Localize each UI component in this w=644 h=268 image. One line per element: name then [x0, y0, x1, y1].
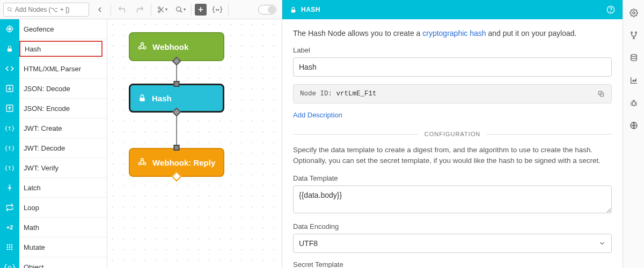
node-palette-label: Latch	[19, 184, 45, 192]
math-icon: +2	[0, 218, 19, 237]
port-out[interactable]	[172, 57, 181, 66]
svg-rect-25	[9, 249, 10, 250]
secret-template-label: Secret Template	[293, 260, 612, 269]
braces-button[interactable]: {↔}	[210, 2, 225, 17]
right-rail	[623, 0, 644, 268]
search-icon	[7, 6, 13, 13]
port-in[interactable]	[174, 145, 180, 151]
node-palette-item[interactable]: {t}JWT: Create	[0, 118, 107, 138]
config-heading: CONFIGURATION	[418, 131, 487, 137]
node-palette-item[interactable]: {t}JWT: Verify	[0, 158, 107, 178]
node-palette-label: JWT: Decode	[19, 144, 69, 152]
target-icon	[0, 19, 19, 39]
node-palette-item[interactable]: JSON: Decode	[0, 79, 107, 99]
label-field-label: Label	[293, 46, 612, 54]
lock-icon	[138, 94, 147, 102]
bug-icon[interactable]	[628, 98, 639, 108]
canvas-node-hash[interactable]: Hash	[129, 84, 224, 113]
canvas-node-reply[interactable]: Webhook: Reply	[129, 148, 224, 177]
node-palette-item[interactable]: Geofence	[0, 19, 107, 39]
node-palette-label: Loop	[19, 204, 43, 212]
svg-rect-30	[140, 98, 144, 101]
database-icon[interactable]	[628, 53, 639, 63]
svg-point-43	[631, 54, 636, 56]
intro-link[interactable]: cryptographic hash	[422, 29, 486, 38]
svg-line-1	[11, 10, 12, 12]
svg-rect-23	[11, 247, 12, 248]
node-palette-label: JWT: Verify	[19, 164, 63, 172]
svg-line-7	[180, 10, 182, 12]
lock-icon	[290, 6, 297, 13]
node-id-box: Node ID: vrtLmE_F1t	[293, 84, 612, 103]
node-palette-label: JSON: Decode	[19, 85, 75, 93]
svg-rect-44	[632, 101, 635, 106]
data-template-input[interactable]	[293, 185, 612, 213]
port-in[interactable]	[174, 81, 180, 87]
canvas-node-label: Webhook: Reply	[152, 158, 215, 167]
node-palette-item[interactable]: Latch	[0, 178, 107, 198]
svg-point-36	[611, 12, 611, 12]
undo-button[interactable]	[114, 2, 129, 17]
grid-icon	[0, 237, 19, 257]
zoom-button[interactable]: ▾	[173, 2, 188, 17]
copy-icon[interactable]	[597, 90, 605, 98]
flow-canvas[interactable]: Webhook Hash Webhook: Reply	[107, 19, 282, 268]
node-palette-item[interactable]: +2Math	[0, 218, 107, 237]
webhook-icon	[137, 158, 147, 167]
panel-title: HASH	[301, 6, 320, 13]
top-toolbar: ▾ ▾ + {↔}	[0, 0, 282, 19]
svg-rect-21	[7, 247, 8, 248]
canvas-node-label: Webhook	[152, 42, 188, 51]
canvas-node-label: Hash	[152, 94, 172, 103]
port-out[interactable]	[171, 171, 182, 182]
jwt-icon: {t}	[0, 138, 19, 158]
node-palette-item[interactable]: Mutate	[0, 237, 107, 257]
config-description: Specify the data template to create a di…	[293, 145, 612, 167]
back-button[interactable]	[92, 2, 107, 17]
svg-point-41	[635, 32, 636, 33]
node-palette-item[interactable]: HTML/XML Parser	[0, 59, 107, 79]
svg-rect-18	[7, 244, 8, 245]
add-button[interactable]: +	[195, 4, 207, 16]
node-palette-item[interactable]: Loop	[0, 198, 107, 218]
svg-rect-34	[291, 9, 296, 12]
gear-icon[interactable]	[628, 8, 639, 18]
data-encoding-select[interactable]: UTF8	[293, 234, 612, 253]
loop-icon	[0, 198, 19, 218]
search-nodes[interactable]	[3, 3, 89, 17]
help-icon[interactable]	[606, 5, 615, 14]
node-palette-label: HTML/XML Parser	[19, 65, 85, 73]
run-icon	[0, 178, 19, 198]
chart-icon[interactable]	[628, 75, 639, 86]
panel-header: HASH	[282, 0, 623, 19]
svg-point-40	[631, 32, 632, 33]
jwt-icon: {t}	[0, 118, 19, 138]
branch-icon[interactable]	[628, 30, 639, 41]
svg-rect-14	[8, 48, 12, 51]
properties-panel: HASH The Hash Node allows you to create …	[282, 0, 623, 268]
node-palette-item[interactable]: {t}JWT: Decode	[0, 138, 107, 158]
svg-rect-20	[11, 244, 12, 245]
node-palette: GeofenceHashHTML/XML ParserJSON: DecodeJ…	[0, 19, 107, 268]
port-out[interactable]	[172, 108, 181, 117]
node-palette-label: JWT: Create	[19, 124, 67, 132]
globe-icon[interactable]	[628, 120, 639, 131]
node-palette-label: Math	[19, 224, 43, 232]
svg-point-17	[9, 184, 10, 185]
canvas-node-webhook[interactable]: Webhook	[129, 32, 224, 61]
node-palette-item[interactable]: Hash	[0, 39, 107, 59]
lock-icon	[0, 39, 19, 59]
node-palette-item[interactable]: {o}Object	[0, 257, 107, 268]
svg-point-0	[8, 7, 11, 10]
search-input[interactable]	[15, 6, 85, 13]
json-in-icon	[0, 79, 19, 99]
svg-point-39	[633, 12, 635, 14]
svg-rect-19	[9, 244, 10, 245]
cut-button[interactable]: ▾	[155, 2, 170, 17]
webhook-icon	[137, 42, 147, 51]
redo-button[interactable]	[133, 2, 148, 17]
add-description-link[interactable]: Add Description	[293, 111, 342, 119]
node-palette-item[interactable]: JSON: Encode	[0, 99, 107, 118]
label-input[interactable]	[293, 57, 612, 77]
toggle-switch[interactable]	[258, 5, 276, 14]
